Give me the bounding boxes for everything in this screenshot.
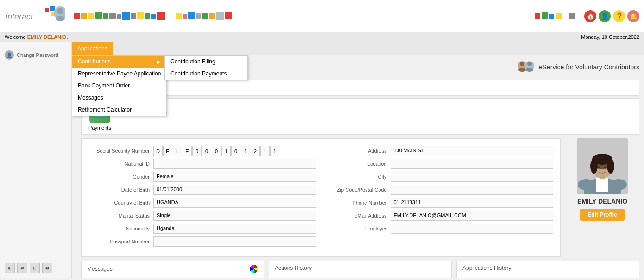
nav-bar: Applications Contributions ▶ Representat…: [72, 42, 644, 55]
ssn-2: 2: [251, 146, 260, 156]
content-area: Applications Contributions ▶ Representat…: [72, 42, 644, 278]
dob-row: Date of Birth 01/01/2000: [88, 185, 316, 195]
ssn-1: 1: [221, 146, 231, 156]
notification-icon[interactable]: 🔔: [627, 10, 639, 22]
logo-svg: interact..: [5, 5, 65, 28]
welcome-prefix: Welcome: [5, 34, 27, 40]
nationality-label: Nationality: [88, 226, 153, 231]
address-row: Address 100 MAIN ST: [326, 146, 554, 156]
ssn-0-1: 0: [192, 146, 202, 156]
phone-value: 01-2113311: [391, 198, 554, 208]
representative-payee-menu-item[interactable]: Representative Payee Application: [72, 68, 166, 80]
welcome-bar: Welcome EMILY DELANIO. Monday, 10 Octobe…: [0, 32, 644, 42]
ssn-label: Social Security Number: [88, 148, 153, 154]
contribution-filing-item[interactable]: Contribution Filing: [165, 56, 247, 68]
svg-point-29: [578, 179, 594, 190]
employer-label: Employer: [326, 226, 391, 231]
logo: interact..: [5, 5, 65, 28]
bottom-panels: Messages No Messages Found Actions Histo…: [81, 261, 639, 278]
svg-point-28: [604, 167, 607, 169]
contribution-payments-item[interactable]: Contribution Payments: [165, 68, 247, 80]
applications-dropdown: Contributions ▶ Representative Payee App…: [72, 55, 167, 116]
passport-row: Passport Number: [88, 236, 316, 247]
edit-profile-button[interactable]: Edit Profile: [580, 209, 624, 221]
national-id-row: National ID: [88, 159, 316, 169]
sidebar-btn-2[interactable]: ⧉: [17, 263, 27, 273]
retirement-calc-menu-item[interactable]: Retirement Calculator: [72, 104, 166, 116]
ssn-e2: E: [183, 146, 192, 156]
ssn-1-2: 1: [241, 146, 250, 156]
home-icon[interactable]: 🏠: [584, 10, 596, 22]
ssn-0-3: 0: [212, 146, 221, 156]
svg-point-9: [520, 62, 524, 66]
location-value: [391, 159, 554, 169]
national-id-value: [153, 159, 316, 169]
employer-row: Employer: [326, 224, 554, 234]
employer-value: [391, 224, 554, 234]
country-birth-value: UGANDA: [153, 198, 316, 208]
ssn-e1: E: [163, 146, 172, 156]
top-right-icons: 🏠 👤 ❓ 🔔: [584, 10, 639, 22]
svg-rect-2: [50, 6, 55, 11]
city-row: City: [326, 172, 554, 182]
sidebar-bottom-buttons: ⊞ ⧉ ⊟ ⊠: [0, 263, 71, 273]
nav-applications[interactable]: Applications: [72, 42, 113, 55]
applications-history-panel-body: No Records Found: [457, 275, 639, 278]
address-label: Address: [326, 148, 391, 154]
main-container: 👤 Change Password ⊞ ⧉ ⊟ ⊠ Applications C…: [0, 42, 644, 278]
messages-panel-header: Messages: [82, 261, 264, 277]
svg-text:interact..: interact..: [6, 12, 38, 21]
user-icon[interactable]: 👤: [599, 10, 611, 22]
help-icon[interactable]: ❓: [613, 10, 625, 22]
sidebar-btn-1[interactable]: ⊞: [5, 263, 15, 273]
form-right: Address 100 MAIN ST Location City Zi: [326, 146, 554, 249]
actions-history-panel: Actions History No Records Found: [269, 261, 452, 278]
messages-menu-item[interactable]: Messages: [72, 92, 166, 104]
location-row: Location: [326, 159, 554, 169]
svg-point-26: [607, 159, 614, 174]
change-password-label[interactable]: Change Password: [17, 52, 58, 58]
svg-point-12: [527, 62, 532, 66]
zip-value: [391, 185, 554, 195]
svg-point-27: [598, 167, 600, 169]
bank-payment-menu-item[interactable]: Bank Payment Order: [72, 80, 166, 92]
profile-sidebar: EMILY DELANIO Edit Profile: [565, 138, 639, 257]
email-row: eMail Address EMILY.DELANIO@GMAIL.COM: [326, 211, 554, 221]
ssn-0-2: 0: [202, 146, 211, 156]
actions-history-panel-header: Actions History: [269, 261, 451, 275]
city-label: City: [326, 174, 391, 180]
gender-row: Gender Female: [88, 172, 316, 182]
svg-point-25: [590, 159, 598, 174]
zip-row: Zip Code/Postal Code: [326, 185, 554, 195]
form-left: Social Security Number D E L E 0 0 0 1 0: [88, 146, 316, 249]
country-birth-row: Country of Birth UGANDA: [88, 198, 316, 208]
dob-label: Date of Birth: [88, 187, 153, 193]
profile-photo-svg: [577, 138, 628, 194]
current-date: Monday, 10 October,2022: [581, 34, 639, 40]
wheel-icon: [250, 265, 258, 273]
sidebar-btn-4[interactable]: ⊠: [42, 263, 52, 273]
marital-status-value: Single: [153, 211, 316, 221]
svg-point-6: [57, 8, 63, 14]
marital-status-label: Marital Status: [88, 213, 153, 218]
svg-rect-20: [596, 178, 608, 192]
svg-point-13: [526, 68, 533, 72]
applications-history-title: Applications History: [462, 265, 511, 271]
contributions-menu-item[interactable]: Contributions ▶: [72, 56, 166, 68]
applications-history-panel: Applications History No Records Found: [456, 261, 639, 278]
eservice-icon: [517, 59, 535, 75]
phone-label: Phone Number: [326, 200, 391, 205]
marital-status-row: Marital Status Single: [88, 211, 316, 221]
gender-value: Female: [153, 172, 316, 182]
decorative-blocks: [74, 12, 232, 20]
dob-value: 01/01/2000: [153, 185, 316, 195]
applications-history-panel-header: Applications History: [457, 261, 639, 275]
actions-history-title: Actions History: [275, 265, 312, 271]
payments-label: Payments: [88, 125, 111, 131]
sidebar-btn-3[interactable]: ⊟: [30, 263, 40, 273]
svg-point-30: [610, 179, 627, 190]
ssn-0-4: 0: [231, 146, 240, 156]
sidebar-user[interactable]: 👤 Change Password: [0, 47, 71, 63]
ssn-boxes: D E L E 0 0 0 1 0 1 2 1: [153, 146, 279, 156]
actions-history-panel-body: No Records Found: [269, 275, 451, 278]
